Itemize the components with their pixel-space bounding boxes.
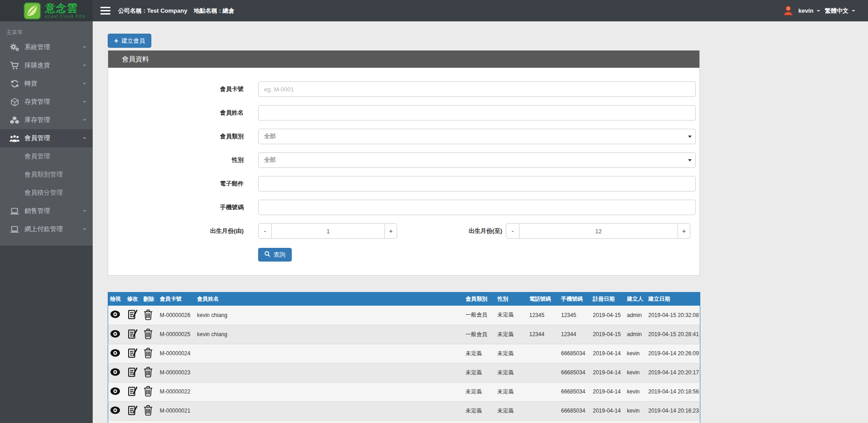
cell-phone [528, 420, 559, 423]
cell-creator: kevin [625, 382, 647, 401]
column-header: 檢視 [108, 292, 125, 306]
eye-icon [110, 349, 120, 358]
language-label: 繁體中文 [825, 7, 848, 15]
cell-name: kevin chiang [195, 325, 464, 344]
delete-button[interactable] [144, 347, 153, 360]
birth-month-from-label: 出生月份(由) [108, 227, 258, 235]
chevron-down-icon [83, 46, 86, 48]
table-row: M-00000021未定義未定義666850342019-04-14kevin2… [108, 401, 700, 420]
sidebar-item-6[interactable]: 銷售管理 [0, 202, 93, 220]
chevron-down-icon [83, 210, 86, 212]
cell-mobile: 66685034 [559, 363, 591, 382]
view-button[interactable] [110, 330, 120, 339]
brand-logo[interactable]: 意念雲 eLeaf Cloud POS [0, 0, 93, 21]
view-button[interactable] [110, 349, 120, 358]
view-button[interactable] [110, 387, 120, 397]
search-icon [264, 251, 270, 258]
delete-button[interactable] [144, 404, 153, 417]
chevron-down-icon [83, 119, 86, 121]
plus-icon: + [114, 37, 118, 45]
cell-mobile: 66685034 [559, 401, 591, 420]
chevron-down-icon [83, 83, 86, 85]
edit-button[interactable] [127, 367, 138, 379]
email-input[interactable] [258, 176, 696, 191]
cell-created-at: 2019-04-14 20:26:09 [647, 344, 700, 363]
trash-icon [144, 404, 153, 417]
gender-select[interactable]: 全部 [258, 152, 696, 168]
column-header: 建立人 [625, 292, 647, 306]
birth-month-from-input[interactable] [271, 223, 385, 239]
edit-button[interactable] [127, 309, 138, 321]
cell-card-no: M-00000022 [158, 382, 195, 401]
sidebar-item-5[interactable]: 會員管理 [0, 129, 93, 147]
delete-button[interactable] [144, 328, 153, 341]
create-member-button[interactable]: + 建立會員 [108, 34, 151, 48]
birth-month-from-stepper: - + [258, 223, 397, 239]
topbar: 意念雲 eLeaf Cloud POS 公司名稱 : Test Company … [0, 0, 868, 21]
cell-name [195, 363, 464, 382]
sidebar-item-3[interactable]: 存貨管理 [0, 93, 93, 111]
minus-button[interactable]: - [506, 223, 519, 239]
edit-button[interactable] [127, 328, 138, 341]
edit-button[interactable] [127, 405, 138, 417]
sidebar-item-7[interactable]: 網上付款管理 [0, 220, 93, 238]
member-category-select[interactable]: 全部 [258, 129, 696, 144]
user-menu[interactable]: kevin [798, 7, 820, 14]
trash-icon [144, 309, 153, 322]
mobile-label: 手機號碼 [108, 203, 258, 212]
cubes-icon [9, 116, 20, 124]
sidebar: 主菜單 系統管理採購進貨轉貨存貨管理庫存管理會員管理會員管理會員類別管理會員積分… [0, 21, 93, 423]
member-name-input[interactable] [258, 105, 696, 121]
sidebar-subitem[interactable]: 會員積分管理 [0, 184, 93, 202]
edit-button[interactable] [127, 347, 138, 360]
delete-button[interactable] [144, 366, 153, 379]
column-header: 電話號碼 [528, 292, 559, 306]
edit-icon [127, 309, 138, 321]
language-menu[interactable]: 繁體中文 [825, 7, 855, 15]
cart-icon [9, 61, 20, 70]
view-button[interactable] [110, 406, 120, 416]
trash-icon [144, 328, 153, 341]
member-table: 檢視修改刪除會員卡號會員姓名會員類別性別電話號碼手機號碼註冊日期建立人建立日期 … [108, 292, 700, 423]
cell-created-at: 2019-04-15 20:32:08 [647, 306, 700, 325]
mobile-input[interactable] [258, 200, 696, 215]
search-button[interactable]: 查詢 [258, 248, 292, 262]
sidebar-item-2[interactable]: 轉貨 [0, 75, 93, 93]
cell-card-no: M-00000023 [158, 363, 195, 382]
sidebar-subitem[interactable]: 會員類別管理 [0, 166, 93, 184]
plus-button[interactable]: + [678, 223, 690, 239]
minus-button[interactable]: - [258, 223, 272, 239]
column-header: 性別 [496, 292, 528, 306]
sidebar-item-4[interactable]: 庫存管理 [0, 111, 93, 129]
member-search-panel: 會員資料 會員卡號 會員姓名 會員類別 全部 [108, 50, 700, 276]
cell-category: 未定義 [464, 344, 496, 363]
card-no-input[interactable] [258, 81, 696, 97]
panel-title: 會員資料 [108, 50, 699, 68]
plus-button[interactable]: + [384, 223, 397, 239]
sidebar-subitem[interactable]: 會員管理 [0, 147, 93, 166]
username: kevin [798, 7, 813, 14]
company-info: 公司名稱 : Test Company 地點名稱 : 總倉 [118, 0, 234, 21]
hamburger-menu-icon[interactable] [93, 0, 118, 21]
view-button[interactable] [110, 310, 120, 320]
view-button[interactable] [110, 368, 120, 378]
cell-gender: 未定義 [496, 344, 528, 363]
birth-month-to-input[interactable] [519, 223, 678, 239]
cell-mobile: 12345 [559, 306, 591, 325]
trash-icon [144, 366, 153, 379]
cell-created-at [647, 420, 700, 423]
cell-creator: admin [625, 306, 647, 325]
delete-button[interactable] [144, 309, 153, 322]
select-caret-icon [688, 159, 692, 161]
delete-button[interactable] [144, 385, 153, 398]
cell-mobile [559, 420, 591, 423]
cell-category: 未定義 [464, 401, 496, 420]
member-name-label: 會員姓名 [108, 109, 258, 117]
cell-creator: kevin [625, 401, 647, 420]
sidebar-item-0[interactable]: 系統管理 [0, 38, 93, 56]
card-no-label: 會員卡號 [108, 85, 258, 93]
cell-card-no: M-00000021 [158, 401, 195, 420]
edit-button[interactable] [127, 386, 138, 398]
sync-icon [9, 80, 20, 88]
sidebar-item-1[interactable]: 採購進貨 [0, 56, 93, 75]
